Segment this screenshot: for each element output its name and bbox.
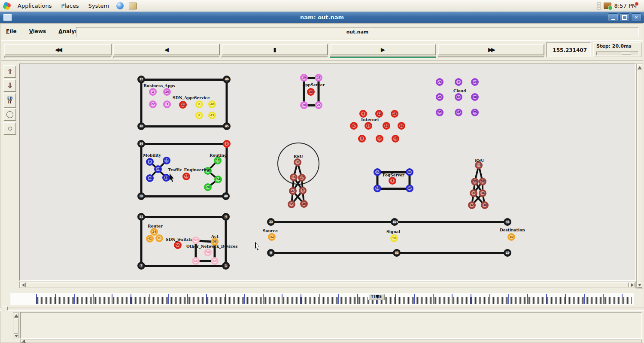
node-65[interactable]: 65: [455, 93, 462, 101]
node-6[interactable]: 6: [359, 110, 367, 118]
maximize-button[interactable]: [620, 13, 630, 21]
edit-button[interactable]: ED IT: [3, 93, 16, 108]
back-button[interactable]: ◀: [113, 44, 220, 55]
node-24[interactable]: 24: [374, 185, 381, 192]
node-26[interactable]: 26: [163, 88, 171, 96]
node-5[interactable]: 5: [223, 140, 231, 148]
node-25[interactable]: 25: [436, 93, 444, 101]
node-38[interactable]: 38: [137, 192, 145, 200]
menu-file[interactable]: File: [1, 25, 22, 34]
link[interactable]: [377, 188, 410, 190]
node-15[interactable]: 15: [163, 157, 170, 164]
link[interactable]: [271, 252, 507, 254]
node-31[interactable]: 31: [182, 173, 190, 180]
node-32[interactable]: 32: [468, 201, 476, 209]
monitor-scroll-up-button[interactable]: [14, 313, 18, 318]
rewind-button[interactable]: ◀◀: [4, 44, 112, 55]
menu-views[interactable]: Views: [24, 25, 52, 34]
node-48[interactable]: 48: [471, 93, 479, 101]
step-slider[interactable]: [596, 52, 638, 55]
close-button[interactable]: ✕: [631, 13, 641, 21]
menu-places[interactable]: Places: [57, 0, 82, 12]
node-35[interactable]: 35: [162, 174, 170, 182]
divider-handle[interactable]: [2, 307, 8, 310]
node-23[interactable]: 23: [391, 110, 398, 118]
node-13[interactable]: 13: [214, 157, 222, 164]
node-38[interactable]: 38: [481, 201, 489, 209]
node-35[interactable]: 35: [288, 200, 295, 208]
node-24[interactable]: 24: [214, 176, 222, 183]
node-3[interactable]: 3: [299, 187, 307, 194]
stop-button[interactable]: ▮: [222, 44, 328, 55]
node-20[interactable]: 20: [300, 101, 308, 109]
node-48[interactable]: 48: [222, 192, 230, 200]
node-37[interactable]: 37: [365, 122, 372, 130]
node-11[interactable]: 11: [375, 110, 383, 118]
node-52[interactable]: 52: [192, 237, 200, 244]
link[interactable]: [141, 143, 227, 145]
link[interactable]: [140, 144, 143, 196]
step-slider-thumb[interactable]: [622, 52, 631, 55]
node-21[interactable]: 21: [179, 101, 187, 109]
link[interactable]: [141, 125, 227, 127]
update-notifier-icon[interactable]: [604, 3, 611, 9]
node-7[interactable]: 7: [137, 262, 145, 270]
node-9[interactable]: 9: [267, 249, 275, 257]
panel-grip[interactable]: [597, 2, 601, 10]
node-8[interactable]: 8: [358, 135, 366, 143]
horizontal-scroll-thumb[interactable]: [27, 282, 629, 287]
node-3[interactable]: 3: [163, 100, 171, 108]
node-39[interactable]: 39: [470, 189, 477, 197]
node-16[interactable]: 16: [290, 173, 298, 181]
node-24[interactable]: 24: [150, 228, 158, 236]
node-0[interactable]: 0: [294, 158, 301, 166]
link[interactable]: [226, 144, 228, 196]
node-19[interactable]: 19: [504, 249, 511, 257]
node-57[interactable]: 57: [350, 122, 358, 130]
node-33[interactable]: 33: [471, 178, 479, 185]
link[interactable]: [141, 216, 226, 218]
link[interactable]: [141, 195, 227, 197]
node-39[interactable]: 39: [374, 168, 381, 176]
topology-canvas[interactable]: 1246184522622321840643365384891529343531…: [19, 64, 636, 281]
node-23[interactable]: 23: [315, 74, 322, 82]
menu-system[interactable]: System: [85, 0, 113, 12]
monitor-vertical-scrollbar[interactable]: [13, 312, 19, 339]
node-9[interactable]: 9: [455, 78, 462, 86]
minimize-button[interactable]: [608, 13, 618, 21]
node-53[interactable]: 53: [393, 249, 401, 257]
node-41[interactable]: 41: [146, 235, 154, 243]
node-17[interactable]: 17: [298, 174, 306, 182]
window-titlebar[interactable]: nam: out.nam ✕: [0, 12, 644, 23]
node-54[interactable]: 54: [204, 249, 212, 256]
node-8[interactable]: 8: [155, 234, 163, 242]
node-59[interactable]: 59: [211, 257, 219, 265]
node-50[interactable]: 50: [390, 234, 398, 242]
canvas-vertical-scrollbar[interactable]: [636, 64, 643, 288]
link[interactable]: [140, 217, 143, 266]
zoom-out-button[interactable]: ⇩: [3, 79, 16, 92]
play-button[interactable]: ▶: [330, 44, 436, 55]
node-41[interactable]: 41: [455, 109, 462, 116]
node-104[interactable]: 104: [391, 218, 398, 226]
distro-logo-icon[interactable]: [2, 1, 11, 10]
node-2[interactable]: 2: [149, 88, 157, 96]
zoom-in-button[interactable]: ⇧: [3, 65, 16, 78]
node-4[interactable]: 4: [222, 213, 230, 221]
node-8[interactable]: 8: [195, 100, 203, 108]
node-41[interactable]: 41: [406, 168, 413, 176]
link[interactable]: [140, 79, 143, 126]
node-30[interactable]: 30: [307, 88, 315, 96]
monitor-scroll-left-button[interactable]: [21, 340, 26, 343]
scroll-right-button[interactable]: [629, 282, 635, 287]
dot-tool-button[interactable]: [3, 122, 16, 135]
node-12[interactable]: 12: [137, 76, 145, 83]
node-45[interactable]: 45: [223, 122, 231, 130]
scroll-left-button[interactable]: [20, 282, 26, 287]
node-40[interactable]: 40: [208, 100, 216, 108]
circle-tool-button[interactable]: [3, 108, 16, 121]
notes-app-icon[interactable]: [129, 3, 137, 9]
node-47[interactable]: 47: [406, 185, 413, 192]
node-52[interactable]: 52: [398, 122, 405, 130]
node-56[interactable]: 56: [192, 257, 200, 265]
